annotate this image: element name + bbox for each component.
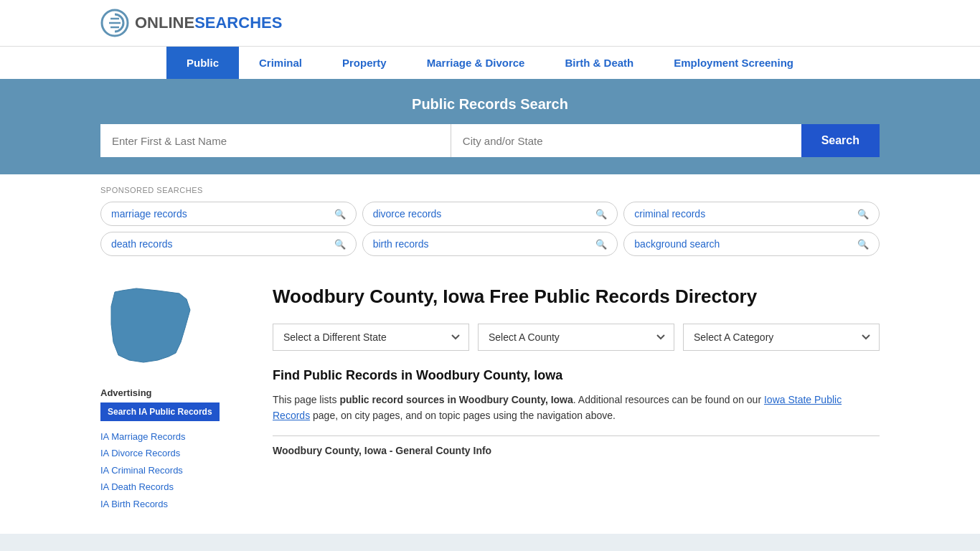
search-banner-title: Public Records Search [100, 96, 880, 113]
location-input[interactable] [451, 124, 801, 157]
desc-end: page, on city pages, and on topic pages … [310, 410, 616, 421]
logo-icon [100, 9, 129, 37]
tag-marriage[interactable]: marriage records 🔍 [100, 202, 357, 226]
search-icon-background: 🔍 [857, 239, 869, 250]
state-dropdown[interactable]: Select a Different State [273, 324, 469, 351]
county-info-label: Woodbury County, Iowa - General County I… [273, 435, 880, 456]
search-tags: marriage records 🔍 divorce records 🔍 cri… [100, 202, 880, 256]
find-records-title: Find Public Records in Woodbury County, … [273, 368, 880, 383]
link-ia-birth[interactable]: IA Birth Records [100, 496, 251, 512]
advertising-label: Advertising [100, 387, 251, 398]
link-ia-death[interactable]: IA Death Records [100, 479, 251, 495]
desc-start: This page lists [273, 394, 339, 405]
sponsored-section: SPONSORED SEARCHES marriage records 🔍 di… [0, 174, 980, 270]
sidebar-links: IA Marriage Records IA Divorce Records I… [100, 428, 251, 512]
search-icon-marriage: 🔍 [334, 209, 346, 220]
header: ONLINESEARCHES [0, 0, 980, 46]
link-ia-criminal[interactable]: IA Criminal Records [100, 462, 251, 479]
tag-death[interactable]: death records 🔍 [100, 232, 357, 256]
sidebar: Advertising Search IA Public Records IA … [100, 270, 251, 512]
search-icon-death: 🔍 [334, 239, 346, 250]
search-icon-criminal: 🔍 [857, 209, 869, 220]
name-input[interactable] [100, 124, 451, 157]
main-content: Advertising Search IA Public Records IA … [0, 270, 980, 534]
sponsored-label: SPONSORED SEARCHES [100, 186, 880, 194]
description: This page lists public record sources in… [273, 392, 880, 424]
nav-marriage-divorce[interactable]: Marriage & Divorce [407, 47, 545, 79]
link-ia-marriage[interactable]: IA Marriage Records [100, 428, 251, 445]
desc-middle: . Additional resources can be found on o… [573, 394, 764, 405]
logo: ONLINESEARCHES [100, 9, 282, 37]
main-nav: Public Criminal Property Marriage & Divo… [0, 46, 980, 79]
desc-bold: public record sources in Woodbury County… [339, 394, 573, 405]
county-dropdown[interactable]: Select A County [478, 324, 674, 351]
tag-criminal[interactable]: criminal records 🔍 [623, 202, 880, 226]
search-banner: Public Records Search Search [0, 79, 980, 174]
content-area: Woodbury County, Iowa Free Public Record… [251, 270, 880, 512]
svg-marker-1 [111, 288, 190, 362]
link-ia-divorce[interactable]: IA Divorce Records [100, 445, 251, 461]
nav-birth-death[interactable]: Birth & Death [545, 47, 654, 79]
state-map [100, 285, 251, 373]
tag-birth[interactable]: birth records 🔍 [362, 232, 618, 256]
nav-employment[interactable]: Employment Screening [654, 47, 814, 79]
dropdowns-row: Select a Different State Select A County… [273, 324, 880, 351]
category-dropdown[interactable]: Select A Category [683, 324, 880, 351]
logo-text: ONLINESEARCHES [135, 14, 282, 32]
page-title: Woodbury County, Iowa Free Public Record… [273, 285, 880, 309]
search-ia-button[interactable]: Search IA Public Records [100, 402, 220, 421]
nav-public[interactable]: Public [166, 47, 239, 79]
search-form: Search [100, 124, 880, 157]
tag-divorce[interactable]: divorce records 🔍 [362, 202, 618, 226]
search-button[interactable]: Search [801, 124, 880, 157]
iowa-map-svg [100, 285, 201, 371]
tag-background[interactable]: background search 🔍 [623, 232, 880, 256]
nav-criminal[interactable]: Criminal [239, 47, 322, 79]
nav-property[interactable]: Property [322, 47, 407, 79]
search-icon-birth: 🔍 [595, 239, 607, 250]
search-icon-divorce: 🔍 [595, 209, 607, 220]
